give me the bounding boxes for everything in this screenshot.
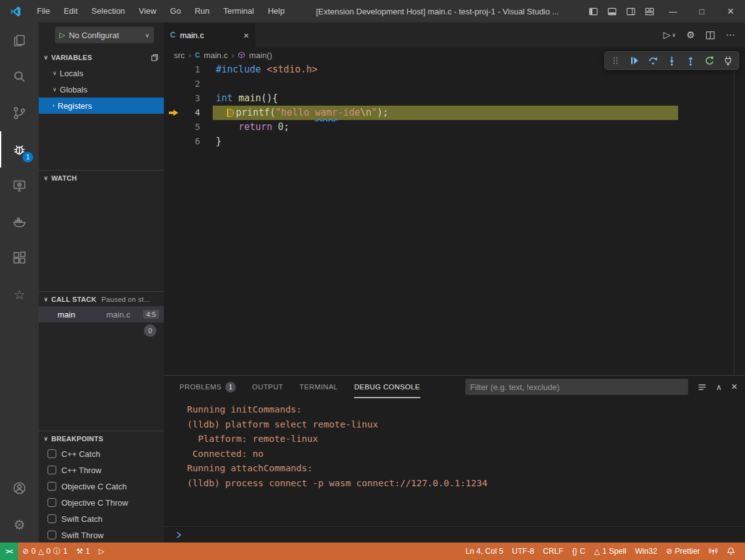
problems-status[interactable]: ⊘0 △0 ⓘ1 [18,542,72,560]
tab-output[interactable]: OUTPUT [252,376,283,398]
minimize-button[interactable]: — [659,0,687,22]
call-stack-section-header[interactable]: ∨ CALL STACK Paused on st... [39,291,164,306]
cursor-position[interactable]: Ln 4, Col 5 [461,542,507,560]
gutter-glyph-margin[interactable] [164,77,181,91]
toggle-panel-icon[interactable] [602,0,621,22]
breakpoint-item[interactable]: Swift Throw [39,527,164,542]
remote-explorer-icon[interactable] [0,168,39,204]
toggle-secondary-sidebar-icon[interactable] [621,0,640,22]
close-tab-icon[interactable]: × [243,30,249,41]
menu-terminal[interactable]: Terminal [216,0,261,22]
editor-settings-gear-icon[interactable]: ⚙ [687,29,695,41]
maximize-panel-icon[interactable]: ∧ [716,382,722,392]
checkbox[interactable] [48,514,56,523]
call-stack-frame[interactable]: main main.c 4:5 [39,306,164,322]
menu-edit[interactable]: Edit [57,0,84,22]
encoding-indicator[interactable]: UTF-8 [508,542,539,560]
platform-indicator[interactable]: Win32 [631,542,661,560]
menu-selection[interactable]: Selection [84,0,131,22]
gutter-glyph-margin[interactable] [164,120,181,134]
continue-button[interactable] [625,52,644,69]
variables-item-registers[interactable]: › Registers [39,98,164,114]
more-actions-icon[interactable]: ⋯ [726,29,735,41]
search-icon[interactable] [0,59,39,95]
notifications-bell-icon[interactable] [722,542,740,560]
accounts-icon[interactable] [0,470,39,506]
tab-terminal[interactable]: TERMINAL [300,376,338,398]
views-icon[interactable] [151,54,159,62]
checkbox[interactable] [48,498,56,507]
variables-item-globals[interactable]: ∨ Globals [39,81,164,98]
menu-run[interactable]: Run [188,0,216,22]
code-editor[interactable]: 1#include <stdio.h>23int main(){4 printf… [164,62,745,375]
run-file-button[interactable]: ▷∨ [663,29,676,41]
toolbar-grip-icon[interactable] [606,52,625,69]
code-line[interactable]: 2 [164,77,745,91]
step-into-button[interactable] [662,52,681,69]
breadcrumb-symbol[interactable]: main() [249,51,272,60]
variables-item-locals[interactable]: ∨ Locals [39,65,164,81]
broadcast-icon[interactable] [704,542,722,560]
split-editor-icon[interactable] [706,31,715,40]
tab-main-c[interactable]: C main.c × [164,22,255,48]
breakpoints-section-header[interactable]: ∨ BREAKPOINTS [39,431,164,446]
code-line[interactable]: 6} [164,134,745,149]
close-panel-icon[interactable]: × [731,381,737,393]
language-indicator[interactable]: {}C [568,542,590,560]
checkbox[interactable] [48,482,56,491]
settings-gear-icon[interactable]: ⚙ [0,506,39,542]
console-filter[interactable] [465,379,688,395]
gutter-glyph-margin[interactable] [164,62,181,77]
code-line[interactable]: 4 printf("hello wamr-ide\n"); [164,106,745,120]
restart-button[interactable] [700,52,719,69]
remote-indicator[interactable]: >< [0,542,18,560]
checkbox[interactable] [48,531,56,539]
variables-section-header[interactable]: ∨ VARIABLES [39,50,164,65]
breakpoint-item[interactable]: C++ Throw [39,462,164,478]
tab-debug-console[interactable]: DEBUG CONSOLE [354,376,420,398]
debug-status[interactable]: ▷ [94,542,109,560]
run-and-debug-icon[interactable]: 1 [0,131,39,168]
gutter-glyph-margin[interactable] [164,134,181,149]
filter-input[interactable] [470,382,683,392]
checkbox[interactable] [48,449,56,458]
breakpoint-item[interactable]: Swift Catch [39,511,164,527]
step-over-button[interactable] [644,52,662,69]
scrollbar[interactable] [734,62,734,375]
prettier-status[interactable]: ⊘Prettier [662,542,704,560]
breadcrumb-file[interactable]: main.c [204,51,228,60]
menu-view[interactable]: View [132,0,163,22]
debug-config-dropdown[interactable]: ▷ No Configurat ∨ [55,27,154,43]
watch-section-header[interactable]: ∨ WATCH [39,170,164,185]
star-extension-icon[interactable]: ☆ [0,276,39,312]
extensions-icon[interactable] [0,240,39,276]
checkbox[interactable] [48,466,56,474]
breadcrumb-folder[interactable]: src [174,51,185,60]
docker-icon[interactable] [0,204,39,240]
tools-status[interactable]: ⚒1 [72,542,94,560]
console-input[interactable] [164,526,745,542]
code-line[interactable]: 5 return 0; [164,120,745,134]
breakpoint-item[interactable]: Objective C Catch [39,478,164,494]
step-out-button[interactable] [681,52,700,69]
gutter-glyph-margin[interactable] [164,106,181,120]
close-button[interactable]: × [716,0,745,22]
console-lines-icon[interactable] [697,382,707,392]
explorer-icon[interactable] [0,22,39,59]
toggle-sidebar-icon[interactable] [584,0,602,22]
menu-go[interactable]: Go [163,0,188,22]
breakpoint-item[interactable]: C++ Catch [39,446,164,462]
breakpoint-item[interactable]: Objective C Throw [39,494,164,511]
gutter-glyph-margin[interactable] [164,91,181,106]
menu-help[interactable]: Help [261,0,291,22]
menu-file[interactable]: File [30,0,57,22]
start-debug-icon[interactable]: ▷ [59,31,65,39]
code-line[interactable]: 3int main(){ [164,91,745,106]
maximize-button[interactable]: □ [687,0,716,22]
customize-layout-icon[interactable] [640,0,659,22]
disconnect-button[interactable] [719,52,737,69]
source-control-icon[interactable] [0,95,39,131]
tab-problems[interactable]: PROBLEMS 1 [180,376,236,398]
spell-checker-status[interactable]: △1 Spell [590,542,631,560]
eol-indicator[interactable]: CRLF [539,542,568,560]
